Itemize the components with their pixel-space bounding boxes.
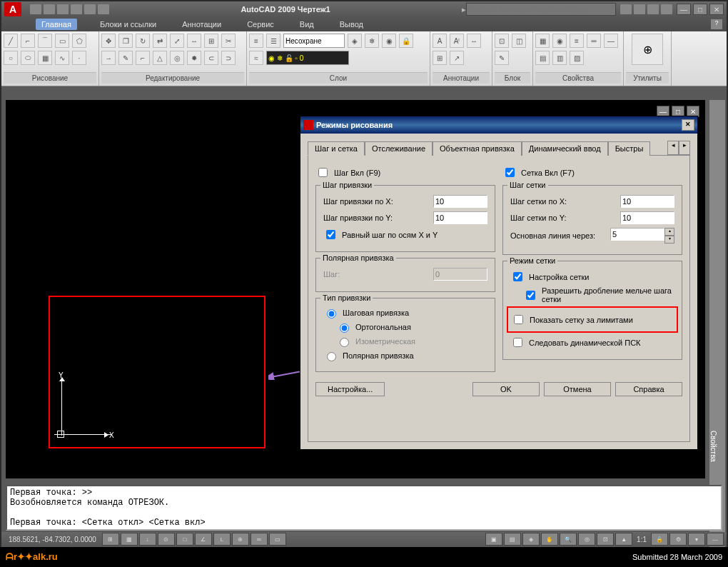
allow-sub-checkbox[interactable]: Разрешить дробление мельче шага сетки: [523, 286, 674, 303]
close-button[interactable]: ✕: [709, 4, 724, 15]
extend-icon[interactable]: →: [101, 51, 116, 65]
sb-tray-icon[interactable]: ▾: [688, 533, 705, 546]
sb-ortho-icon[interactable]: ⟂: [139, 533, 156, 546]
circle-icon[interactable]: ○: [4, 51, 18, 65]
qat-undo-icon[interactable]: [84, 4, 96, 14]
leader-icon[interactable]: ↗: [450, 51, 464, 65]
sb-model-icon[interactable]: ▣: [485, 533, 502, 546]
layer-combo[interactable]: ◉ ❄ 🔓 ▫ 0: [266, 51, 349, 65]
edit-block-icon[interactable]: ✎: [495, 51, 509, 65]
radio-step-snap[interactable]: Шаговая привязка: [323, 307, 487, 318]
tab-osnap[interactable]: Объектная привязка: [433, 141, 522, 156]
props-byblock-icon[interactable]: ▨: [570, 51, 584, 65]
chamfer-icon[interactable]: △: [153, 51, 167, 65]
search-input[interactable]: [466, 3, 616, 16]
sb-annolock-icon[interactable]: 🔒: [651, 533, 668, 546]
qat-print-icon[interactable]: [71, 4, 82, 14]
tab-view[interactable]: Вид: [297, 19, 317, 30]
sb-dyn-icon[interactable]: ⊕: [232, 533, 249, 546]
copy-icon[interactable]: ❐: [118, 34, 133, 48]
tab-blocks[interactable]: Блоки и ссылки: [97, 19, 159, 30]
maximize-button[interactable]: □: [693, 4, 707, 15]
dim-icon[interactable]: ↔: [467, 34, 481, 48]
sb-clean-icon[interactable]: —: [707, 533, 724, 546]
grid-beyond-limits-checkbox[interactable]: Показать сетку за лимитами: [511, 313, 674, 326]
rotate-icon[interactable]: ↻: [136, 34, 150, 48]
qat-redo-icon[interactable]: [98, 4, 109, 14]
mirror-icon[interactable]: ⇄: [153, 34, 167, 48]
props-list-icon[interactable]: —: [604, 34, 618, 48]
ok-button[interactable]: OK: [472, 382, 540, 396]
create-block-icon[interactable]: ◫: [512, 34, 526, 48]
spin-up[interactable]: ▴: [664, 228, 674, 236]
dialog-title-bar[interactable]: Режимы рисования ✕: [300, 116, 697, 134]
array-icon[interactable]: ⊞: [204, 34, 218, 48]
polygon-icon[interactable]: ⬠: [72, 34, 86, 48]
layer-prop-icon[interactable]: ≡: [249, 34, 263, 48]
star-icon[interactable]: [647, 4, 659, 14]
layer-state-combo[interactable]: Несохране: [283, 34, 345, 48]
move-icon[interactable]: ✥: [101, 34, 116, 48]
minimize-button[interactable]: —: [677, 4, 691, 15]
spin-down[interactable]: ▾: [664, 236, 674, 244]
layer-match-icon[interactable]: ≈: [249, 51, 263, 65]
sb-wheel-icon[interactable]: ◎: [578, 533, 595, 546]
sb-ducs-icon[interactable]: L: [213, 533, 231, 546]
stretch-icon[interactable]: ↔: [187, 34, 201, 48]
sb-grid-icon[interactable]: ▦: [121, 533, 138, 546]
arc-icon[interactable]: ⌒: [38, 34, 52, 48]
erase-icon[interactable]: ✎: [118, 51, 133, 65]
help-button[interactable]: Справка: [615, 382, 682, 396]
props-match-icon[interactable]: ◉: [552, 34, 567, 48]
tab-quick[interactable]: Быстры: [608, 141, 651, 156]
tab-output[interactable]: Вывод: [337, 19, 366, 30]
radio-polar-snap[interactable]: Полярная привязка: [323, 350, 487, 361]
sb-pan-icon[interactable]: ✋: [541, 533, 558, 546]
qat-open-icon[interactable]: [44, 4, 55, 14]
sb-scale[interactable]: 1:1: [634, 536, 649, 543]
radio-ortho[interactable]: Ортогональная: [336, 321, 487, 333]
text-icon[interactable]: A: [433, 34, 447, 48]
layer-lock-icon[interactable]: 🔒: [399, 34, 413, 48]
sb-zoom-icon[interactable]: 🔍: [560, 533, 577, 546]
tab-scroll-left[interactable]: ◂: [667, 141, 679, 155]
line-icon[interactable]: ╱: [4, 34, 18, 48]
app-logo[interactable]: A: [4, 2, 21, 16]
layer-state-icon[interactable]: ☰: [266, 34, 280, 48]
radio-iso[interactable]: Изометрическая: [336, 336, 487, 347]
tab-service[interactable]: Сервис: [244, 19, 277, 30]
props-color-icon[interactable]: ▦: [535, 34, 550, 48]
layer-freeze-icon[interactable]: ❄: [365, 34, 379, 48]
sb-osnap-icon[interactable]: □: [176, 533, 193, 546]
layer-off-icon[interactable]: ◉: [382, 34, 396, 48]
layer-iso-icon[interactable]: ◈: [348, 34, 362, 48]
snap-on-checkbox[interactable]: Шаг Вкл (F9): [315, 166, 495, 179]
props-bycolor-icon[interactable]: ▥: [552, 51, 567, 65]
dialog-close-button[interactable]: ✕: [682, 119, 694, 131]
grid-y-input[interactable]: [620, 211, 674, 224]
explode-icon[interactable]: ✸: [187, 51, 201, 65]
pline-icon[interactable]: ⌐: [21, 34, 35, 48]
props-lweight-icon[interactable]: ═: [587, 34, 601, 48]
equal-xy-checkbox[interactable]: Равный шаг по осям X и Y: [323, 228, 487, 241]
mtext-icon[interactable]: Aᴵ: [450, 34, 464, 48]
grid-x-input[interactable]: [620, 195, 674, 208]
tab-main[interactable]: Главная: [36, 19, 77, 30]
snap-x-input[interactable]: [433, 195, 487, 208]
table-icon[interactable]: ⊞: [433, 51, 447, 65]
hatch-icon[interactable]: ▦: [38, 51, 52, 65]
sb-qp-icon[interactable]: ▭: [269, 533, 286, 546]
insert-icon[interactable]: ⊡: [495, 34, 509, 48]
sb-layout-icon[interactable]: ▤: [504, 533, 521, 546]
setup-button[interactable]: Настройка...: [315, 382, 385, 396]
follow-dyn-ucs-checkbox[interactable]: Следовать динамической ПСК: [510, 336, 674, 349]
utils-button[interactable]: ⊕: [632, 34, 663, 65]
spline-icon[interactable]: ∿: [55, 51, 69, 65]
sb-otrack-icon[interactable]: ∠: [195, 533, 212, 546]
cancel-button[interactable]: Отмена: [544, 382, 611, 396]
tab-annot[interactable]: Аннотации: [179, 19, 224, 30]
sb-showhide-icon[interactable]: ⊡: [597, 533, 614, 546]
adaptive-grid-checkbox[interactable]: Настройка сетки: [510, 270, 674, 284]
sb-coords[interactable]: 188.5621, -84.7302, 0.0000: [4, 536, 101, 543]
search-icon[interactable]: [620, 4, 632, 14]
